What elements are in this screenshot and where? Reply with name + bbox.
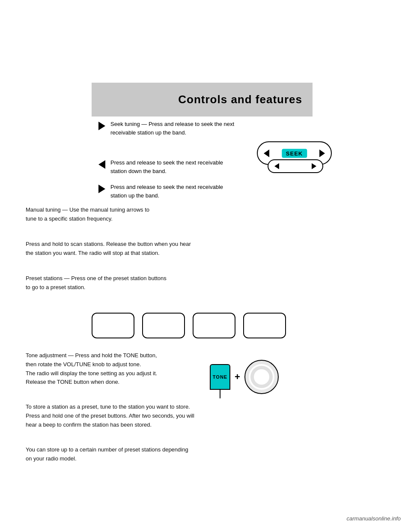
plus-sign: + — [235, 372, 240, 382]
tone-button[interactable]: TONE — [210, 364, 230, 390]
text-section-4: Press and hold to scan stations. Release… — [26, 240, 291, 258]
text-section-5: Preset stations — Press one of the prese… — [26, 274, 291, 292]
text-section-3: Manual tuning — Use the manual tuning ar… — [26, 206, 291, 224]
preset-button-4[interactable] — [243, 313, 286, 338]
text-section-2: Press and release to seek the next recei… — [98, 158, 253, 203]
seek-widget: SEEK — [257, 141, 334, 180]
text-block-1: Seek tuning — Press and release to seek … — [110, 120, 234, 137]
arrow-bullet-2 — [98, 160, 105, 172]
seek-bottom-row — [268, 159, 323, 173]
preset-buttons-row — [92, 313, 286, 338]
watermark: carmanualsonline.info — [347, 515, 401, 522]
seek-label: SEEK — [282, 149, 307, 158]
text-section-7: To store a station as a preset, tune to … — [26, 403, 317, 429]
text-block-3: Press and release to seek the next recei… — [110, 183, 223, 200]
arrow-bullet-3 — [98, 185, 105, 196]
header-banner: Controls and features — [92, 83, 313, 117]
seek-bottom-left-icon — [274, 163, 279, 169]
preset-button-3[interactable] — [193, 313, 235, 338]
text-block-2: Press and release to seek the next recei… — [110, 158, 223, 175]
preset-button-1[interactable] — [92, 313, 134, 338]
preset-button-2[interactable] — [142, 313, 185, 338]
vol-tune-knob[interactable] — [244, 360, 279, 394]
text-section-8: You can store up to a certain number of … — [26, 445, 317, 463]
text-section-6: Tone adjustment — Press and hold the TON… — [26, 351, 206, 387]
seek-left-arrow-icon — [264, 149, 269, 157]
seek-bottom-right-icon — [312, 163, 316, 169]
text-section-1: Seek tuning — Press and release to seek … — [98, 120, 253, 140]
page-title: Controls and features — [178, 93, 302, 106]
tone-area: TONE + — [210, 360, 279, 394]
seek-right-arrow-icon — [319, 149, 325, 157]
arrow-bullet-1 — [98, 122, 105, 133]
